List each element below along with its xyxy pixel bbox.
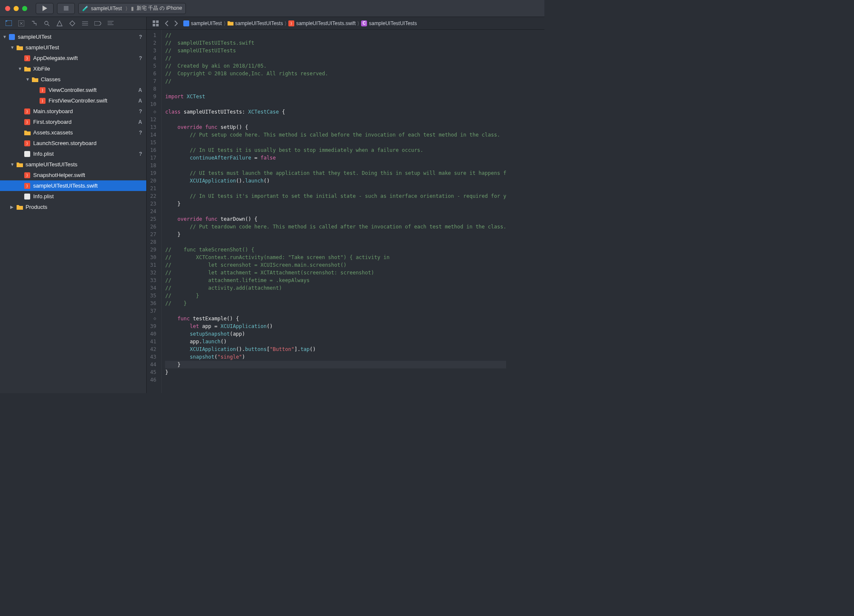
code-line[interactable]: continueAfterFailure = false [165,154,506,162]
disclosure-triangle-icon[interactable]: ▶ [10,205,15,209]
code-line[interactable]: // [165,54,506,62]
breadcrumb-item[interactable]: ⟩sampleUITestUITests.swift [288,20,356,26]
tree-item[interactable]: ▼sampleUITest [0,42,146,53]
breadcrumb-item[interactable]: CsampleUITestUITests [361,20,417,26]
code-line[interactable]: // UI tests must launch the application … [165,169,506,177]
tree-item[interactable]: ⟩SnapshotHelper.swift [0,170,146,180]
disclosure-triangle-icon[interactable]: ▼ [26,77,31,82]
source-control-navigator-icon[interactable] [18,20,25,27]
code-line[interactable]: // let attachment = XCTAttachment(screen… [165,269,506,277]
tree-item[interactable]: ⟩FirstViewController.swiftA [0,95,146,106]
breadcrumb-item[interactable]: sampleUITest [183,20,222,26]
breadcrumb-item[interactable]: sampleUITestUITests [228,20,283,26]
code-line[interactable]: // sampleUITestUITests.swift [165,39,506,47]
report-navigator-icon[interactable] [107,20,114,27]
code-line[interactable] [165,116,506,123]
tree-item[interactable]: Assets.xcassets? [0,127,146,138]
tree-item[interactable]: ▼Classes [0,74,146,85]
code-line[interactable] [165,238,506,246]
code-line[interactable]: func testExample() { [165,315,506,322]
code-line[interactable]: } [165,368,506,376]
code-line[interactable] [165,162,506,169]
tree-item[interactable]: ⟩ViewController.swiftA [0,85,146,95]
tree-item-label: SnapshotHelper.swift [33,172,142,178]
file-tree[interactable]: ▼ sampleUITest ? ▼sampleUITest⟩AppDelega… [0,30,146,393]
code-line[interactable]: XCUIApplication().buttons["Button"].tap(… [165,345,506,353]
code-line[interactable]: // } [165,299,506,307]
code-line[interactable] [165,100,506,108]
code-editor[interactable]: 12345678910◇1213141516171819202122232425… [147,30,544,393]
breakpoint-navigator-icon[interactable] [94,20,101,27]
disclosure-triangle-icon[interactable]: ▼ [10,162,15,167]
code-line[interactable]: import XCTest [165,93,506,100]
code-line[interactable] [165,185,506,192]
minimize-window-button[interactable] [14,6,19,11]
tree-item[interactable]: ▼sampleUITestUITests [0,159,146,170]
code-line[interactable] [165,85,506,93]
code-line[interactable]: override func tearDown() { [165,215,506,223]
test-navigator-icon[interactable] [69,20,76,27]
code-line[interactable]: app.launch() [165,338,506,345]
code-line[interactable]: // [165,77,506,85]
code-line[interactable]: // Put setup code here. This method is c… [165,131,506,139]
scheme-selector[interactable]: 🧪 sampleUITest ⟩ ▮ 新宅 千晶 の iPhone [78,3,186,14]
code-line[interactable] [165,208,506,215]
swift-file-icon: ⟩ [24,183,31,189]
tree-item[interactable]: ⟩AppDelegate.swift? [0,53,146,63]
disclosure-triangle-icon[interactable]: ▼ [10,45,15,50]
code-line[interactable]: snapshot("single") [165,353,506,361]
related-items-icon[interactable] [152,20,159,26]
code-line[interactable]: // [165,31,506,39]
code-line[interactable] [165,307,506,315]
code-line[interactable]: // func takeScreenShot() { [165,246,506,254]
project-navigator-icon[interactable] [5,20,12,27]
code-line[interactable] [165,376,506,384]
tree-item[interactable]: Info.plist [0,191,146,202]
tree-item[interactable]: ▼XibFile [0,63,146,74]
debug-navigator-icon[interactable] [82,20,88,27]
stop-button[interactable] [57,3,75,14]
code-line[interactable]: // Put teardown code here. This method i… [165,223,506,231]
disclosure-triangle-icon[interactable]: ▼ [3,34,8,39]
code-line[interactable]: // activity.add(attachment) [165,284,506,292]
code-line[interactable]: let app = XCUIApplication() [165,322,506,330]
code-line[interactable]: // sampleUITestUITests [165,47,506,54]
window-controls [5,6,27,11]
code-line[interactable]: override func setUp() { [165,123,506,131]
code-line[interactable]: class sampleUITestUITests: XCTestCase { [165,108,506,116]
line-number: 13 [150,123,156,131]
tree-item[interactable]: ⟩LaunchScreen.storyboard [0,138,146,148]
code-line[interactable]: // XCTContext.runActivity(named: "Take s… [165,254,506,261]
code-line[interactable]: // } [165,292,506,299]
code-line[interactable]: // attachment.lifetime = .keepAlways [165,277,506,284]
tree-item[interactable]: ▶Products [0,202,146,212]
close-window-button[interactable] [5,6,10,11]
forward-button[interactable] [174,20,179,26]
svg-marker-9 [57,21,62,26]
code-line[interactable]: } [165,361,506,368]
code-line[interactable]: // Copyright © 2018 uncode,Inc. All righ… [165,70,506,77]
code-line[interactable]: } [165,231,506,238]
code-line[interactable]: // In UI tests it is usually best to sto… [165,146,506,154]
line-number: 31 [150,261,156,269]
code-line[interactable]: // Created by aki on 2018/11/05. [165,62,506,70]
find-navigator-icon[interactable] [43,20,50,27]
code-line[interactable]: // let screenshot = XCUIScreen.main.scre… [165,261,506,269]
tree-item[interactable]: Info.plist? [0,148,146,159]
tree-item[interactable]: ⟩Main.storyboard? [0,106,146,117]
back-button[interactable] [164,20,169,26]
tree-item[interactable]: ⟩First.storyboardA [0,117,146,127]
code-line[interactable]: setupSnapshot(app) [165,330,506,338]
code-line[interactable]: // In UI tests it's important to set the… [165,192,506,200]
code-line[interactable]: } [165,200,506,208]
code-content[interactable]: //// sampleUITestUITests.swift// sampleU… [162,30,506,393]
tree-project-root[interactable]: ▼ sampleUITest ? [0,31,146,42]
code-line[interactable]: XCUIApplication().launch() [165,177,506,185]
disclosure-triangle-icon[interactable]: ▼ [18,66,23,71]
run-button[interactable] [36,3,54,14]
zoom-window-button[interactable] [22,6,27,11]
issue-navigator-icon[interactable] [56,20,63,27]
tree-item[interactable]: ⟩sampleUITestUITests.swift [0,180,146,191]
symbol-navigator-icon[interactable] [31,20,37,27]
code-line[interactable] [165,139,506,146]
